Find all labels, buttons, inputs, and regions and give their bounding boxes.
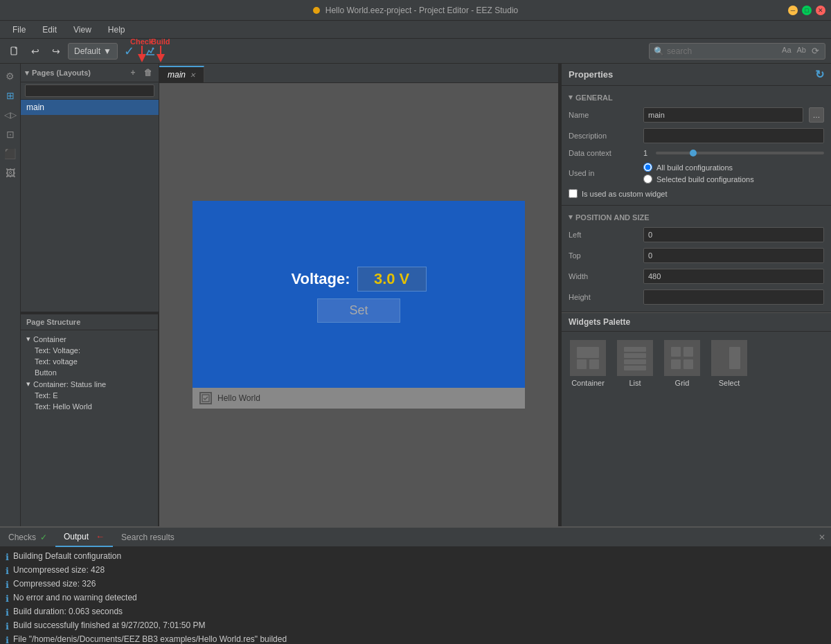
description-input[interactable] <box>643 128 824 143</box>
width-input[interactable] <box>643 269 824 284</box>
tree-text-voltage-label[interactable]: Text: Voltage: <box>21 345 158 356</box>
tree-container[interactable]: ▾ Container <box>21 333 158 345</box>
output-tab[interactable]: Output ← <box>55 528 113 547</box>
widget-icon[interactable]: ⬛ <box>2 145 19 162</box>
match-case-button[interactable]: Aa <box>780 45 792 57</box>
log-line-5: ℹ Build successfully finished at 9/27/20… <box>6 619 825 633</box>
pages-icon[interactable]: ⊞ <box>2 87 19 104</box>
checks-tab[interactable]: Checks ✓ <box>0 528 55 547</box>
menu-file[interactable]: File <box>6 24 33 36</box>
general-section-title[interactable]: ▾ GENERAL <box>562 90 831 105</box>
all-configs-radio[interactable]: All build configurations <box>643 163 824 172</box>
minimize-button[interactable]: ─ <box>788 6 798 15</box>
general-collapse-icon: ▾ <box>569 93 573 102</box>
code-icon[interactable]: ◁▷ <box>2 107 19 123</box>
statusbar-label: Hello World <box>217 393 260 403</box>
svg-rect-3 <box>577 347 599 358</box>
bottom-content: ℹ Building Default configuration ℹ Uncom… <box>0 547 831 644</box>
widget-container-icon <box>570 340 606 376</box>
svg-rect-8 <box>624 359 646 364</box>
redo-button[interactable]: ↪ <box>47 42 65 60</box>
left-input[interactable] <box>643 227 824 242</box>
title-text: Hello World.eez-project - Project Editor… <box>325 6 519 15</box>
tree-text-voltage-value[interactable]: Text: voltage <box>21 356 158 367</box>
image-icon[interactable]: 🖼 <box>2 165 19 181</box>
pages-add-button[interactable]: + <box>127 66 139 79</box>
widget-container-label: Container <box>571 379 605 387</box>
search-results-tab[interactable]: Search results <box>113 528 183 547</box>
search-box: 🔍 Aa Ab ⟳ <box>649 43 825 60</box>
width-row: Width <box>562 266 831 287</box>
custom-widget-label: Is used as custom widget <box>582 190 668 198</box>
editor-tabs: main ✕ <box>159 64 558 83</box>
build-config-dropdown[interactable]: Default ▼ <box>68 43 118 60</box>
pages-search-input[interactable] <box>25 84 154 97</box>
bottom-close-button[interactable]: ✕ <box>813 533 831 542</box>
svg-rect-12 <box>671 359 681 369</box>
pages-delete-button[interactable]: 🗑 <box>142 66 154 79</box>
tree-container-status[interactable]: ▾ Container: Status line <box>21 378 158 390</box>
widget-grid[interactable]: Grid <box>661 337 703 390</box>
maximize-button[interactable]: □ <box>802 6 812 15</box>
pages-collapse-icon[interactable]: ▾ <box>25 69 29 78</box>
whole-word-button[interactable]: Ab <box>796 45 807 57</box>
custom-widget-checkbox[interactable] <box>569 189 578 198</box>
position-collapse-icon: ▾ <box>569 213 573 222</box>
data-context-value: 1 <box>643 149 647 157</box>
log-line-1: ℹ Uncompressed size: 428 <box>6 564 825 578</box>
top-label: Top <box>569 251 638 260</box>
widget-container[interactable]: Container <box>567 337 609 390</box>
data-context-slider[interactable] <box>656 152 824 154</box>
page-canvas[interactable]: Voltage: 3.0 V Set <box>193 201 525 388</box>
custom-widget-row: Is used as custom widget <box>562 186 831 201</box>
log-icon-5: ℹ <box>6 621 9 632</box>
name-more-button[interactable]: … <box>809 107 824 123</box>
build-button[interactable] <box>141 42 159 60</box>
widget-list[interactable]: List <box>614 337 656 390</box>
properties-refresh-button[interactable]: ↻ <box>815 68 824 81</box>
menu-edit[interactable]: Edit <box>35 24 64 36</box>
tree-arrow-icon: ▾ <box>26 334 30 343</box>
tab-close-button[interactable]: ✕ <box>190 71 195 79</box>
all-configs-radio-input[interactable] <box>643 163 652 172</box>
menu-help[interactable]: Help <box>101 24 132 36</box>
top-input[interactable] <box>643 248 824 263</box>
selected-configs-radio[interactable]: Selected build configurations <box>643 175 824 184</box>
properties-panel: Properties ↻ ▾ GENERAL Name … Descriptio… <box>561 64 831 526</box>
check-button[interactable]: ✓ <box>120 42 138 60</box>
output-tab-label: Output <box>64 532 89 542</box>
bitmap-icon[interactable]: ⊡ <box>2 126 19 143</box>
new-button[interactable] <box>6 42 24 60</box>
tree-item-label: Container: Status line <box>33 380 106 388</box>
pages-panel-header: ▾ Pages (Layouts) + 🗑 <box>21 64 159 82</box>
widget-select[interactable]: Select <box>708 337 750 390</box>
search-input[interactable] <box>667 46 778 56</box>
name-input[interactable] <box>643 107 803 123</box>
regex-button[interactable]: ⟳ <box>810 45 821 57</box>
widgets-grid: Container List <box>562 332 831 395</box>
canvas-content: Voltage: 3.0 V Set Hello World <box>193 201 525 409</box>
editor-tab-main[interactable]: main ✕ <box>159 66 204 82</box>
height-input[interactable] <box>643 289 824 305</box>
tree-button[interactable]: Button <box>21 367 158 378</box>
menubar: File Edit View Help <box>0 21 831 39</box>
undo-button[interactable]: ↩ <box>26 42 44 60</box>
data-context-row: Data context 1 <box>562 146 831 160</box>
page-item-main[interactable]: main <box>21 100 159 115</box>
tree-text-e[interactable]: Text: E <box>21 390 158 401</box>
log-line-6: ℹ File "/home/denis/Documents/EEZ BB3 ex… <box>6 633 825 644</box>
tree-text-helloworld[interactable]: Text: Hello World <box>21 401 158 412</box>
menu-view[interactable]: View <box>66 24 98 36</box>
set-button[interactable]: Set <box>317 298 400 323</box>
selected-configs-radio-input[interactable] <box>643 175 652 184</box>
close-button[interactable]: ✕ <box>816 6 825 15</box>
used-in-row: Used in All build configurations Selecte… <box>562 160 831 186</box>
editor-canvas[interactable]: Voltage: 3.0 V Set Hello World <box>159 83 558 526</box>
data-context-label: Data context <box>569 149 638 157</box>
structure-panel-title: Page Structure <box>21 314 158 330</box>
settings-icon[interactable]: ⚙ <box>2 68 19 84</box>
tree-item-label: Container <box>33 335 66 343</box>
svg-rect-11 <box>683 347 693 357</box>
tab-label: main <box>168 70 186 80</box>
position-section-title[interactable]: ▾ POSITION AND SIZE <box>562 210 831 224</box>
